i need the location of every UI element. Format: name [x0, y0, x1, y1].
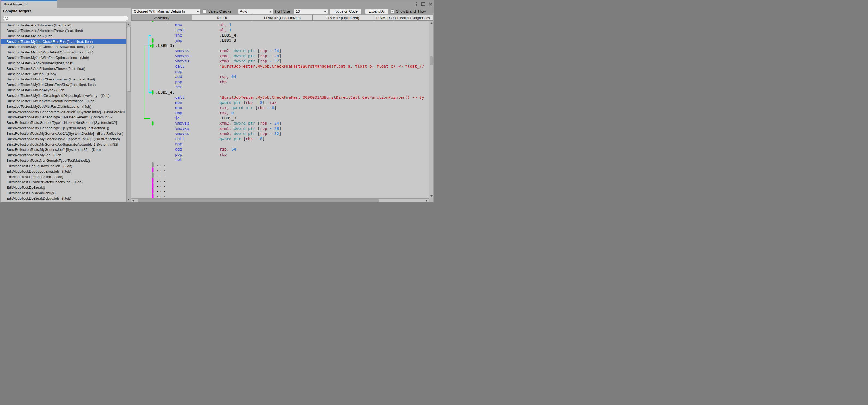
list-item[interactable]: EditModeTest.DoBreak()	[1, 185, 126, 191]
window-tab-burst-inspector[interactable]: Burst Inspector	[1, 0, 57, 8]
list-item[interactable]: BurstJobTester2.Add2NumbersThrows(float,…	[1, 66, 126, 71]
list-item[interactable]: BurstReflectionTests.MyGenericJob2`1[Sys…	[1, 131, 126, 136]
block-marker-green	[152, 121, 154, 126]
mnemonic: call	[175, 64, 185, 69]
mnemonic: jne	[175, 33, 182, 38]
block-marker-green	[152, 38, 154, 43]
list-item[interactable]: BurstJobTester.Add2NumbersThrows(float, …	[1, 28, 126, 33]
list-item[interactable]: BurstJobTester2.Add2Numbers(float, float…	[1, 61, 126, 66]
scroll-right-icon[interactable]	[426, 200, 428, 202]
mnemonic: call	[175, 136, 185, 142]
mnemonic: pop	[175, 79, 182, 85]
block-marker-magenta	[152, 177, 154, 183]
code-line: vmovssxmm1, dword ptr [rbp - 28]	[131, 54, 429, 59]
search-input[interactable]	[3, 16, 128, 21]
code-view-mode-dropdown[interactable]: Coloured With Minimal Debug In	[132, 9, 200, 14]
list-scrollbar[interactable]	[126, 22, 131, 202]
collapsed-dots: ...	[156, 183, 166, 188]
scroll-up-icon[interactable]	[128, 24, 130, 25]
list-item[interactable]: BurstJobTester2.MyJobWithFastOptimizatio…	[1, 104, 126, 109]
tab-llvm-ir-optimized-[interactable]: LLVM IR (Optimized)	[313, 15, 373, 21]
compile-targets-list[interactable]: BurstJobTester.Add2Numbers(float, float)…	[1, 22, 126, 202]
list-item[interactable]: BurstReflectionTests.GenericType`1[Syste…	[1, 125, 126, 131]
mnemonic: test	[175, 28, 185, 33]
code-vscrollbar-thumb[interactable]	[430, 56, 433, 65]
list-item[interactable]: BurstJobTester2.MyJobWithDefaultOptimiza…	[1, 98, 126, 104]
list-item[interactable]: BurstJobTester2.MyJob.CheckFmaSlow(float…	[1, 82, 126, 88]
operands: al, 1	[219, 28, 231, 33]
compile-targets-header: Compile Targets	[3, 9, 31, 13]
code-collapsed-line: ...	[131, 168, 429, 173]
mnemonic: cmp	[175, 111, 182, 116]
expand-all-button[interactable]: Expand All	[365, 9, 389, 14]
scroll-down-icon[interactable]	[128, 199, 130, 200]
operands: rbp	[219, 152, 226, 157]
list-item[interactable]: EditModeTest.DoBreakDebugJob - (IJob)	[1, 196, 126, 201]
scroll-left-icon[interactable]	[132, 200, 134, 202]
burst-inspector-window: Burst Inspector Compile Targets BurstJob…	[0, 0, 434, 202]
safety-checks-checkbox[interactable]	[203, 9, 206, 13]
code-horizontal-scrollbar[interactable]	[131, 198, 429, 202]
code-collapsed-line: ...	[131, 183, 429, 188]
list-item[interactable]: BurstJobTester.MyJob - (IJob)	[1, 33, 126, 39]
list-item[interactable]: BurstReflectionTests.GenericType`1.Neste…	[1, 120, 126, 125]
collapsed-dots: ...	[156, 188, 166, 193]
block-marker-magenta	[152, 183, 154, 189]
mnemonic: call	[175, 95, 185, 100]
kebab-menu-icon[interactable]	[415, 1, 417, 7]
list-item[interactable]: BurstJobTester.MyJob.CheckFmaSlow(float,…	[1, 44, 126, 50]
mnemonic: pop	[175, 152, 182, 157]
scrollbar-corner	[429, 198, 433, 202]
code-vertical-scrollbar[interactable]	[429, 21, 433, 198]
safety-checks-mode-dropdown[interactable]: Auto	[238, 9, 273, 14]
block-marker-magenta	[152, 167, 154, 173]
list-item[interactable]: BurstJobTester2.MyJob - (IJob)	[1, 71, 126, 77]
show-branch-flow-checkbox[interactable]: ✓	[391, 9, 395, 13]
scroll-down-icon[interactable]	[430, 195, 433, 197]
assembly-code-area[interactable]: moval, 1testal, 1jne.LBB5_4jmp.LBB5_3.LB…	[131, 21, 429, 198]
code-hscrollbar-thumb[interactable]	[138, 199, 379, 202]
list-item[interactable]: EditModeTest.DebugDrawLineJob - (IJob)	[1, 163, 126, 169]
list-item[interactable]: BurstReflectionTests.MyJob - (IJob)	[1, 152, 126, 158]
list-item[interactable]: BurstJobTester.MyJobWithDefaultOptimizat…	[1, 50, 126, 55]
list-item[interactable]: EditModeTest.DebugLogErrorJob - (IJob)	[1, 169, 126, 174]
focus-on-code-button[interactable]: Focus on Code	[330, 9, 362, 14]
mnemonic: vmovss	[175, 54, 189, 59]
code-collapsed-line: ...	[131, 178, 429, 183]
list-item[interactable]: BurstReflectionTests.GenericParallelForJ…	[1, 109, 126, 115]
list-item[interactable]: BurstJobTester.MyJob.CheckFmaFast(float,…	[1, 39, 126, 45]
list-item[interactable]: EditModeTest.DoBreakJob - (IJob)	[1, 201, 126, 202]
scroll-up-icon[interactable]	[430, 22, 433, 24]
list-item[interactable]: BurstReflectionTests.NonGenericType.Test…	[1, 158, 126, 163]
list-item[interactable]: BurstJobTester.MyJobWithFastOptimization…	[1, 55, 126, 61]
list-item[interactable]: BurstJobTester2.MyJobCreatingAndDisposin…	[1, 93, 126, 98]
collapsed-dots: ...	[156, 178, 166, 183]
list-item[interactable]: EditModeTest.DoBreakDebug()	[1, 191, 126, 196]
code-label: .LBB5_4:	[156, 90, 175, 95]
list-item[interactable]: BurstJobTester2.MyJobAsync - (IJob)	[1, 88, 126, 93]
list-item[interactable]: EditModeTest.DisabledSafetyChecksJob - (…	[1, 179, 126, 185]
block-marker-magenta	[152, 193, 154, 198]
list-item[interactable]: BurstJobTester.Add2Numbers(float, float)	[1, 23, 126, 28]
tab-llvm-ir-unoptimized-[interactable]: LLVM IR (Unoptimized)	[252, 15, 313, 21]
code-label-line: .LBB5_4:	[131, 90, 429, 95]
operands: xmm1, dword ptr [rbp - 28]	[219, 54, 281, 59]
code-line: testal, 1	[131, 28, 429, 33]
font-size-dropdown[interactable]: 13	[294, 9, 328, 14]
operands: xmm0, dword ptr [rbp - 32]	[219, 59, 281, 64]
maximize-icon[interactable]	[421, 2, 425, 6]
tab--net-il[interactable]: .NET IL	[192, 15, 252, 21]
list-item[interactable]: BurstReflectionTests.GenericType`1.Neste…	[1, 115, 126, 120]
list-scrollbar-thumb[interactable]	[127, 27, 131, 92]
list-item[interactable]: EditModeTest.DebugLogJob - (IJob)	[1, 174, 126, 180]
code-line: movqword ptr [rbp - 8], rax	[131, 100, 429, 105]
tab-llvm-ir-optimisation-diagnostics[interactable]: LLVM IR Optimisation Diagnostics	[373, 15, 433, 21]
tab-assembly[interactable]: Assembly	[131, 15, 192, 21]
list-item[interactable]: BurstJobTester2.MyJob.CheckFmaFast(float…	[1, 77, 126, 82]
list-item[interactable]: BurstReflectionTests.MyGenericJob2`1[Sys…	[1, 136, 126, 142]
list-item[interactable]: BurstReflectionTests.MyGenericJobSeparat…	[1, 142, 126, 147]
close-icon[interactable]	[429, 2, 432, 6]
list-item[interactable]: BurstReflectionTests.MyGenericJob`1[Syst…	[1, 147, 126, 152]
operands: xmm2, dword ptr [rbp - 24]	[219, 121, 281, 126]
block-marker-gray	[152, 162, 154, 168]
